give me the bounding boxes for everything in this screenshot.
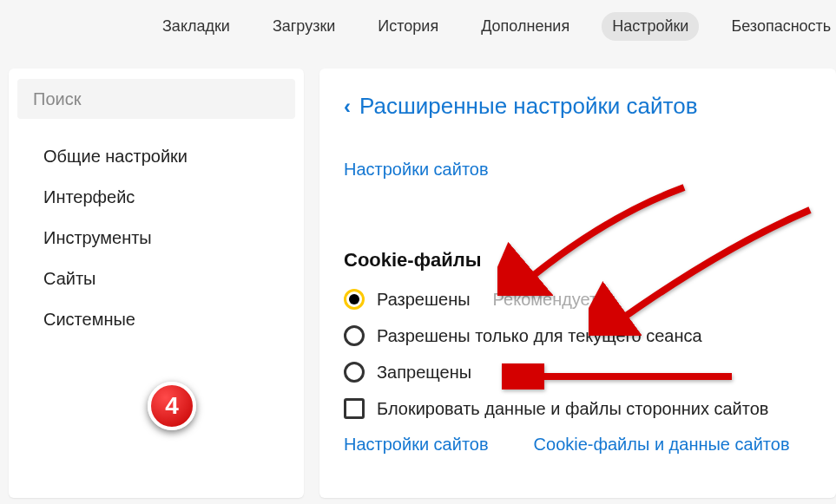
sidebar-item-sites[interactable]: Сайты: [43, 259, 304, 299]
annotation-step-badge: 4: [148, 382, 196, 430]
radio-allowed-label: Разрешены: [377, 290, 471, 310]
nav-history[interactable]: История: [367, 12, 449, 41]
sidebar-item-tools[interactable]: Инструменты: [43, 218, 304, 259]
checkbox-thirdparty-label: Блокировать данные и файлы сторонних сай…: [377, 399, 768, 419]
radio-blocked-label: Запрещены: [377, 363, 471, 383]
bottom-links: Настройки сайтов Cookie-файлы и данные с…: [344, 435, 836, 455]
radio-session-label: Разрешены только для текущего сеанса: [377, 326, 702, 346]
main-layout: Общие настройки Интерфейс Инструменты Са…: [0, 69, 836, 498]
radio-blocked-row[interactable]: Запрещены: [344, 362, 836, 383]
link-cookie-data[interactable]: Cookie-файлы и данные сайтов: [534, 435, 790, 455]
section-heading-cookies: Cookie-файлы: [344, 249, 836, 272]
sidebar-item-general[interactable]: Общие настройки: [43, 136, 304, 177]
sidebar-item-interface[interactable]: Интерфейс: [43, 177, 304, 218]
search-input[interactable]: [33, 89, 280, 109]
radio-blocked[interactable]: [344, 362, 365, 383]
top-nav: Закладки Загрузки История Дополнения Нас…: [0, 0, 836, 69]
breadcrumb-title: Расширенные настройки сайтов: [359, 93, 698, 120]
nav-security[interactable]: Безопасность: [721, 12, 836, 41]
radio-session-row[interactable]: Разрешены только для текущего сеанса: [344, 325, 836, 346]
radio-session-only[interactable]: [344, 325, 365, 346]
content-pane: ‹ Расширенные настройки сайтов Настройки…: [319, 69, 836, 498]
checkbox-block-thirdparty[interactable]: [344, 398, 365, 419]
settings-sidebar: Общие настройки Интерфейс Инструменты Са…: [9, 69, 304, 498]
search-box[interactable]: [17, 79, 295, 119]
nav-downloads[interactable]: Загрузки: [262, 12, 346, 41]
radio-allowed-row[interactable]: Разрешены Рекомендуется: [344, 289, 836, 310]
nav-bookmarks[interactable]: Закладки: [152, 12, 240, 41]
chevron-left-icon: ‹: [344, 95, 351, 119]
checkbox-thirdparty-row[interactable]: Блокировать данные и файлы сторонних сай…: [344, 398, 836, 419]
radio-allowed[interactable]: [344, 289, 365, 310]
link-site-settings-bottom[interactable]: Настройки сайтов: [344, 435, 489, 455]
breadcrumb-back[interactable]: ‹ Расширенные настройки сайтов: [344, 93, 836, 120]
annotation-step-number: 4: [165, 392, 179, 420]
sidebar-item-system[interactable]: Системные: [43, 299, 304, 340]
nav-addons[interactable]: Дополнения: [471, 12, 580, 41]
link-site-settings-top[interactable]: Настройки сайтов: [344, 160, 489, 180]
nav-settings[interactable]: Настройки: [602, 12, 699, 41]
sidebar-item-list: Общие настройки Интерфейс Инструменты Са…: [9, 136, 304, 340]
radio-allowed-hint: Рекомендуется: [493, 290, 615, 310]
